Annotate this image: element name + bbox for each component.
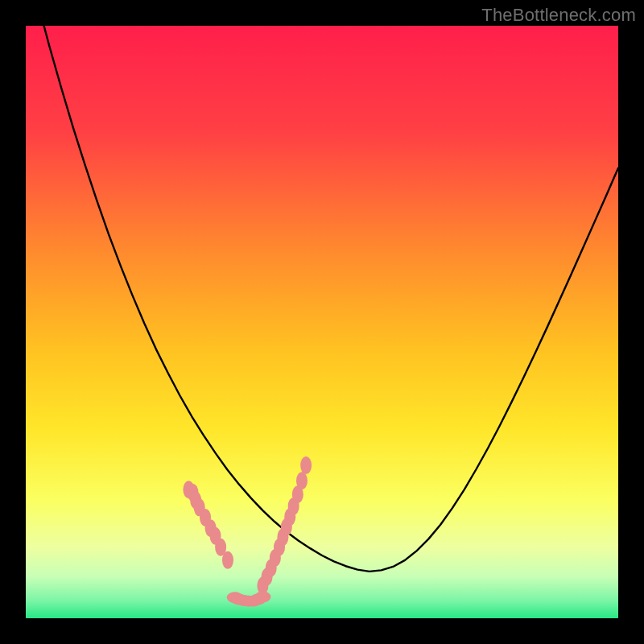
highlight-markers (183, 456, 312, 607)
marker-dot (296, 472, 308, 489)
watermark-text: TheBottleneck.com (481, 5, 636, 26)
plot-area (26, 26, 618, 618)
curve-layer (26, 26, 618, 618)
marker-dot (222, 551, 233, 569)
bottleneck-curve (26, 26, 618, 572)
marker-dot (254, 592, 270, 603)
marker-dot (300, 456, 312, 474)
chart-stage: TheBottleneck.com (0, 0, 644, 644)
